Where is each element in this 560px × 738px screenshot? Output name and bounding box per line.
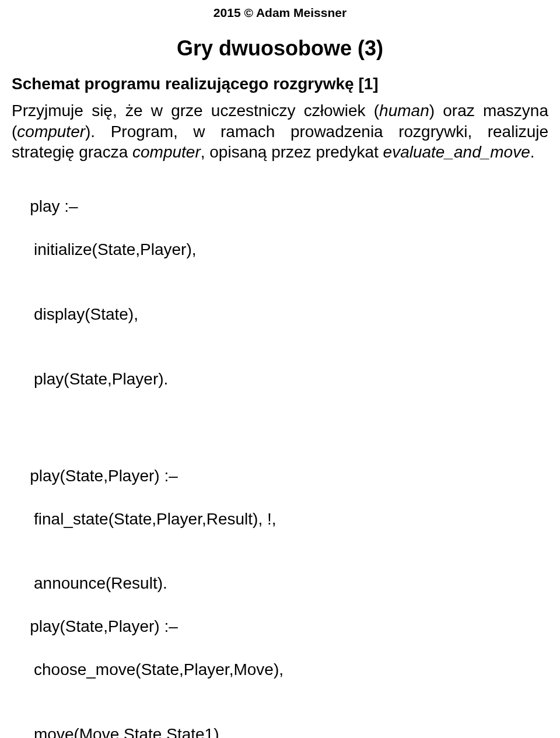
para-italic: computer: [132, 143, 201, 161]
code-line: move(Move,State,State1),: [12, 724, 548, 738]
intro-paragraph: Przyjmuje się, że w grze uczestniczy czł…: [12, 100, 548, 163]
para-text: , opisaną przez predykat: [201, 143, 383, 161]
code-line: play(State,Player) :–: [30, 617, 178, 635]
section-subtitle: Schemat programu realizującego rozgrywkę…: [12, 74, 548, 95]
code-line: announce(Result).: [12, 573, 548, 594]
code-line: final_state(State,Player,Result), !,: [12, 509, 548, 530]
code-line: play(State,Player).: [12, 369, 548, 390]
code-line: display(State),: [12, 304, 548, 326]
para-italic: human: [379, 102, 429, 120]
code-line: play(State,Player) :–: [30, 467, 178, 485]
para-italic: evaluate_and_move: [383, 143, 530, 161]
copyright-line: 2015 © Adam Meissner: [12, 6, 548, 20]
para-text: .: [530, 143, 535, 161]
code-block-2: play(State,Player) :– final_state(State,…: [12, 444, 548, 738]
para-italic: computer: [17, 123, 85, 141]
code-line: choose_move(State,Player,Move),: [12, 659, 548, 681]
para-text: Przyjmuje się, że w grze uczestniczy czł…: [12, 102, 379, 120]
code-block-1: play :– initialize(State,Player), displa…: [12, 174, 548, 433]
document-page: 2015 © Adam Meissner Gry dwuosobowe (3) …: [0, 0, 560, 738]
code-line: initialize(State,Player),: [12, 239, 548, 261]
code-line: play :–: [30, 197, 78, 215]
page-title: Gry dwuosobowe (3): [12, 36, 548, 61]
